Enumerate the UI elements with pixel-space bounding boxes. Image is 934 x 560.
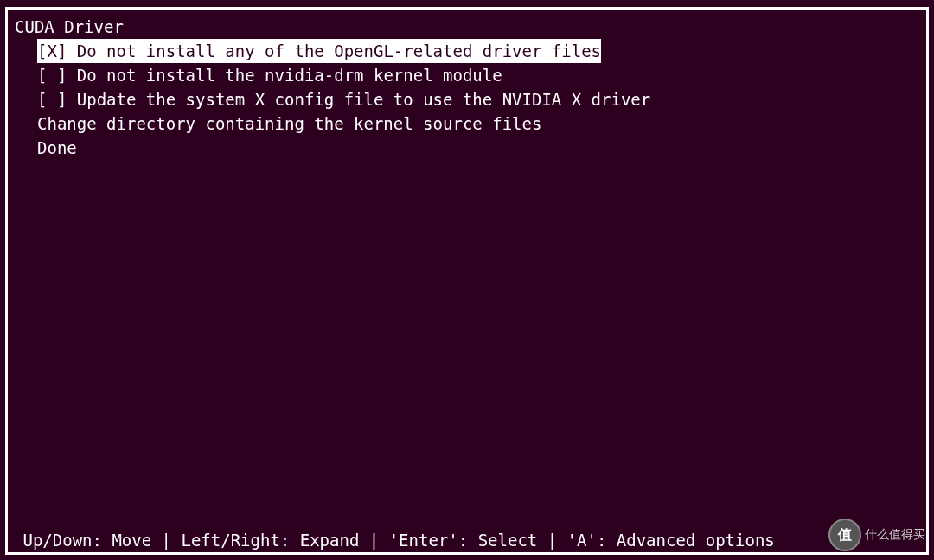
option-label: Do not install the nvidia-drm kernel mod…: [77, 66, 502, 85]
option-no-nvidia-drm[interactable]: [ ] Do not install the nvidia-drm kernel…: [37, 63, 502, 87]
checkbox-icon: [ ]: [37, 90, 67, 109]
checkbox-icon: [ ]: [37, 66, 67, 85]
option-label: Do not install any of the OpenGL-related…: [77, 41, 601, 60]
action-change-directory[interactable]: Change directory containing the kernel s…: [37, 111, 541, 136]
option-label: Update the system X config file to use t…: [77, 90, 650, 109]
menu-list: [X] Do not install any of the OpenGL-rel…: [11, 39, 923, 160]
option-no-opengl[interactable]: [X] Do not install any of the OpenGL-rel…: [37, 39, 601, 63]
watermark-icon: 值: [828, 519, 861, 551]
installer-dialog: CUDA Driver [X] Do not install any of th…: [5, 7, 929, 555]
watermark-text: 什么值得买: [865, 527, 925, 543]
action-done[interactable]: Done: [37, 136, 77, 160]
dialog-title: CUDA Driver: [11, 15, 923, 39]
option-update-xconfig[interactable]: [ ] Update the system X config file to u…: [37, 87, 650, 111]
checkbox-icon: [X]: [37, 41, 67, 60]
watermark: 值 什么值得买: [828, 519, 925, 551]
footer-hints: Up/Down: Move | Left/Right: Expand | 'En…: [13, 530, 775, 550]
